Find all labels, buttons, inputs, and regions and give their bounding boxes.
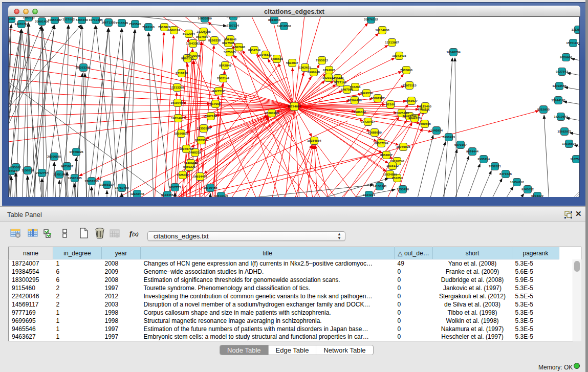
- svg-text:20557: 20557: [9, 17, 16, 20]
- svg-text:10688609: 10688609: [367, 130, 382, 134]
- svg-text:15692971: 15692971: [557, 129, 572, 133]
- svg-text:9242848: 9242848: [219, 63, 232, 67]
- svg-text:9890155: 9890155: [181, 56, 194, 60]
- svg-text:18524861: 18524861: [383, 172, 397, 176]
- svg-text:19654915: 19654915: [171, 116, 185, 120]
- svg-text:12093583: 12093583: [552, 84, 567, 87]
- svg-text:6497568: 6497568: [341, 87, 354, 91]
- svg-text:10654112: 10654112: [510, 180, 524, 184]
- svg-text:11125874: 11125874: [572, 28, 580, 31]
- svg-text:9975867: 9975867: [61, 164, 74, 168]
- svg-text:9489221: 9489221: [183, 165, 196, 168]
- svg-text:1167533: 1167533: [570, 157, 580, 161]
- svg-text:11409948: 11409948: [184, 161, 198, 165]
- svg-text:7485063: 7485063: [400, 68, 413, 72]
- svg-text:20364436: 20364436: [347, 98, 362, 102]
- svg-text:9660124: 9660124: [168, 28, 181, 32]
- svg-text:1588520: 1588520: [271, 57, 284, 60]
- svg-text:12505135: 12505135: [68, 176, 82, 180]
- svg-text:12444195: 12444195: [551, 98, 565, 102]
- svg-text:1362615: 1362615: [299, 65, 312, 69]
- svg-text:10543382: 10543382: [186, 41, 200, 45]
- svg-text:16154808: 16154808: [375, 28, 389, 32]
- svg-text:252254: 252254: [392, 176, 403, 180]
- svg-text:17016504: 17016504: [562, 142, 576, 145]
- svg-text:10807487: 10807487: [371, 96, 385, 100]
- svg-text:9463627: 9463627: [405, 99, 418, 102]
- svg-text:19218506: 19218506: [277, 24, 291, 28]
- svg-text:18724007: 18724007: [287, 104, 301, 108]
- svg-text:9115460: 9115460: [419, 104, 431, 108]
- svg-text:16107554: 16107554: [170, 101, 185, 104]
- svg-text:8990448: 8990448: [308, 70, 320, 74]
- svg-text:16782759: 16782759: [115, 186, 129, 189]
- svg-text:9644123: 9644123: [408, 116, 421, 120]
- svg-text:2803144: 2803144: [217, 76, 230, 80]
- svg-text:9451821: 9451821: [332, 76, 344, 80]
- svg-text:9657771: 9657771: [169, 185, 182, 189]
- svg-text:10958107: 10958107: [100, 183, 114, 186]
- svg-text:16648784: 16648784: [446, 50, 461, 54]
- svg-text:8813054: 8813054: [268, 18, 281, 21]
- svg-text:9699695: 9699695: [419, 122, 431, 125]
- svg-text:5822037: 5822037: [286, 61, 299, 64]
- svg-text:10046766: 10046766: [179, 147, 193, 150]
- svg-text:3498222: 3498222: [189, 150, 202, 154]
- svg-text:9227543: 9227543: [556, 70, 569, 73]
- svg-text:28053346: 28053346: [76, 65, 91, 69]
- svg-text:8123455: 8123455: [161, 193, 174, 196]
- svg-text:7515520: 7515520: [129, 22, 142, 26]
- svg-text:17313426: 17313426: [214, 194, 228, 197]
- svg-text:5675685: 5675685: [224, 50, 236, 54]
- svg-text:16051785: 16051785: [226, 17, 241, 18]
- svg-text:9084067: 9084067: [380, 153, 393, 157]
- svg-text:16914479: 16914479: [193, 174, 207, 178]
- svg-text:62160: 62160: [386, 102, 395, 106]
- svg-text:12975115: 12975115: [402, 83, 417, 87]
- svg-text:9777169: 9777169: [334, 80, 347, 84]
- svg-text:2867608: 2867608: [233, 45, 246, 49]
- svg-text:1640954: 1640954: [430, 128, 443, 132]
- svg-text:9329966: 9329966: [560, 55, 573, 59]
- svg-text:20691406: 20691406: [35, 19, 49, 23]
- svg-text:10973493: 10973493: [392, 54, 406, 57]
- svg-text:7955812: 7955812: [316, 58, 329, 62]
- svg-text:12923448: 12923448: [130, 192, 144, 195]
- svg-text:18807249: 18807249: [374, 141, 388, 145]
- svg-text:7464191: 7464191: [418, 107, 430, 111]
- svg-text:8938923: 8938923: [443, 135, 455, 139]
- svg-text:9521546: 9521546: [224, 37, 237, 41]
- svg-text:2718126: 2718126: [176, 71, 188, 75]
- svg-text:9146821: 9146821: [259, 53, 272, 56]
- svg-text:2935114: 2935114: [477, 157, 490, 161]
- svg-text:3624554: 3624554: [360, 91, 373, 95]
- svg-text:1527602: 1527602: [62, 17, 75, 21]
- svg-text:16033809: 16033809: [198, 17, 212, 20]
- svg-text:19716485: 19716485: [203, 186, 217, 189]
- svg-text:517006: 517006: [210, 102, 221, 105]
- svg-text:10719185: 10719185: [89, 18, 103, 21]
- svg-text:1905512: 1905512: [23, 17, 35, 19]
- svg-text:9527500: 9527500: [196, 35, 209, 38]
- svg-text:9245652: 9245652: [521, 187, 534, 191]
- svg-text:9527508: 9527508: [222, 41, 235, 45]
- svg-text:6466160: 6466160: [76, 18, 89, 21]
- svg-text:9224322: 9224322: [531, 194, 544, 197]
- svg-text:8471626: 8471626: [499, 172, 512, 176]
- svg-text:9134221: 9134221: [363, 193, 376, 196]
- svg-text:8186328: 8186328: [208, 38, 221, 42]
- svg-text:14136141: 14136141: [373, 184, 387, 188]
- svg-text:7986322: 7986322: [354, 110, 366, 114]
- svg-text:20206565: 20206565: [47, 155, 61, 158]
- svg-text:19166825: 19166825: [174, 132, 188, 135]
- svg-text:9474444: 9474444: [466, 149, 479, 153]
- svg-text:19384554: 19384554: [307, 139, 321, 142]
- svg-text:6794028: 6794028: [323, 68, 336, 72]
- svg-text:8267130: 8267130: [205, 114, 217, 118]
- svg-text:1615132: 1615132: [386, 164, 399, 167]
- svg-text:7625402: 7625402: [177, 173, 189, 177]
- svg-text:7357224: 7357224: [227, 24, 239, 27]
- svg-text:8912954: 8912954: [183, 32, 195, 35]
- svg-text:14055714: 14055714: [14, 22, 29, 26]
- svg-text:15720407: 15720407: [361, 120, 375, 123]
